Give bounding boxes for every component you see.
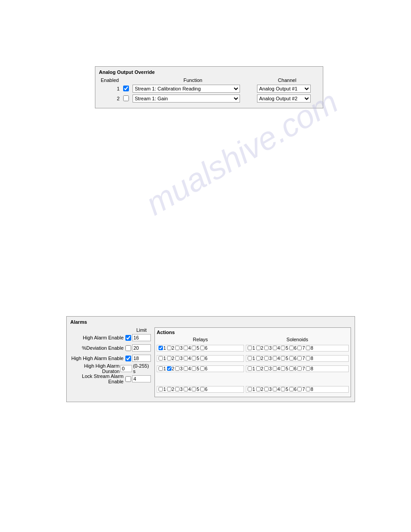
solenoid-checkbox-4-5[interactable]: [289, 387, 294, 391]
relay-checkbox-0-3[interactable]: [184, 346, 188, 350]
relay-checkbox-2-1[interactable]: [167, 366, 171, 371]
solenoid-label-2-7: 8: [311, 366, 313, 371]
alarm-limit-input-0[interactable]: [132, 334, 151, 341]
solenoid-checkbox-2-1[interactable]: [256, 366, 261, 371]
solenoid-item-2-7: 8: [306, 366, 313, 371]
solenoid-checkbox-2-4[interactable]: [281, 366, 285, 371]
alarm-limit-input-2[interactable]: [132, 355, 151, 362]
relay-label-4-2: 3: [180, 387, 183, 392]
relay-checkbox-2-0[interactable]: [158, 366, 163, 371]
relay-checkbox-0-2[interactable]: [175, 346, 180, 350]
solenoid-checkbox-2-3[interactable]: [273, 366, 277, 371]
relay-checkbox-0-1[interactable]: [167, 346, 171, 350]
alarm-rows-container: High Alarm Enable%Deviation EnableHigh H…: [70, 333, 151, 383]
relay-checkbox-1-5[interactable]: [200, 356, 205, 360]
solenoid-item-2-3: 4: [273, 366, 280, 371]
solenoid-label-2-4: 5: [286, 366, 288, 371]
solenoid-group-0: 12345678: [246, 345, 349, 352]
relay-checkbox-2-3[interactable]: [184, 366, 188, 371]
solenoid-label-1-5: 6: [294, 356, 297, 361]
relay-checkbox-1-3[interactable]: [184, 356, 188, 360]
analog-enabled-checkbox-1[interactable]: [123, 86, 129, 91]
analog-channel-cell-2: Analog Output #1Analog Output #2: [255, 94, 319, 103]
solenoid-checkbox-1-5[interactable]: [289, 356, 294, 360]
solenoid-checkbox-1-6[interactable]: [297, 356, 302, 360]
relay-item-4-0: 1: [158, 387, 166, 392]
relay-checkbox-1-1[interactable]: [167, 356, 171, 360]
relay-checkbox-4-4[interactable]: [192, 387, 196, 391]
solenoid-checkbox-1-0[interactable]: [248, 356, 252, 360]
solenoid-item-2-0: 1: [248, 366, 255, 371]
solenoid-item-4-7: 8: [306, 387, 313, 392]
solenoid-label-2-5: 6: [294, 366, 297, 371]
action-row-3: [157, 374, 349, 383]
solenoid-label-2-2: 3: [269, 366, 272, 371]
solenoid-checkbox-1-1[interactable]: [256, 356, 261, 360]
solenoid-checkbox-2-7[interactable]: [306, 366, 310, 371]
alarm-enable-checkbox-0[interactable]: [125, 335, 131, 341]
solenoid-item-2-1: 2: [256, 366, 264, 371]
solenoid-label-0-3: 4: [278, 346, 280, 351]
alarm-label-2: High High Alarm Enable: [71, 356, 124, 361]
relay-checkbox-1-0[interactable]: [158, 356, 163, 360]
relay-checkbox-2-2[interactable]: [175, 366, 180, 371]
solenoid-checkbox-4-1[interactable]: [256, 387, 261, 391]
solenoid-checkbox-4-4[interactable]: [281, 387, 285, 391]
solenoid-checkbox-0-6[interactable]: [297, 346, 302, 350]
relay-item-2-2: 3: [175, 366, 183, 371]
analog-function-select-2[interactable]: Stream 1: Calibration ReadingStream 1: G…: [133, 94, 240, 103]
relay-checkbox-4-2[interactable]: [175, 387, 180, 391]
solenoid-checkbox-0-2[interactable]: [264, 346, 269, 350]
relay-checkbox-2-4[interactable]: [192, 366, 196, 371]
solenoid-checkbox-0-3[interactable]: [273, 346, 277, 350]
analog-output-panel: Analog Output Override Enabled Function …: [95, 66, 323, 108]
relay-item-0-5: 6: [200, 346, 208, 351]
solenoid-checkbox-4-3[interactable]: [273, 387, 277, 391]
solenoid-checkbox-0-1[interactable]: [256, 346, 261, 350]
relay-checkbox-1-4[interactable]: [192, 356, 196, 360]
relay-checkbox-4-0[interactable]: [158, 387, 163, 391]
analog-channel-select-1[interactable]: Analog Output #1Analog Output #2: [257, 85, 311, 93]
relay-checkbox-0-4[interactable]: [192, 346, 196, 350]
relay-checkbox-4-1[interactable]: [167, 387, 171, 391]
relay-checkbox-0-0[interactable]: [158, 346, 163, 350]
solenoid-checkbox-1-7[interactable]: [306, 356, 310, 360]
alarm-duration-input-3[interactable]: [120, 365, 132, 372]
solenoid-checkbox-2-2[interactable]: [264, 366, 269, 371]
analog-channel-select-2[interactable]: Analog Output #1Analog Output #2: [257, 94, 311, 103]
relay-checkbox-0-5[interactable]: [200, 346, 205, 350]
relay-checkbox-1-2[interactable]: [175, 356, 180, 360]
alarm-limit-input-4[interactable]: [132, 375, 151, 382]
relay-checkbox-2-5[interactable]: [200, 366, 205, 371]
solenoid-checkbox-1-2[interactable]: [264, 356, 269, 360]
solenoid-checkbox-0-4[interactable]: [281, 346, 285, 350]
solenoid-checkbox-4-7[interactable]: [306, 387, 310, 391]
alarm-enable-checkbox-1[interactable]: [125, 345, 131, 351]
solenoid-checkbox-1-3[interactable]: [273, 356, 277, 360]
relay-checkbox-4-5[interactable]: [200, 387, 205, 391]
analog-function-select-1[interactable]: Stream 1: Calibration ReadingStream 1: G…: [133, 85, 240, 93]
solenoid-checkbox-2-0[interactable]: [248, 366, 252, 371]
solenoid-checkbox-0-7[interactable]: [306, 346, 310, 350]
alarm-enable-checkbox-4[interactable]: [125, 376, 131, 382]
solenoid-item-0-1: 2: [256, 346, 264, 351]
alarm-limit-input-1[interactable]: [132, 344, 151, 352]
solenoid-checkbox-2-6[interactable]: [297, 366, 302, 371]
solenoid-checkbox-1-4[interactable]: [281, 356, 285, 360]
solenoid-label-0-1: 2: [261, 346, 264, 351]
solenoid-checkbox-0-0[interactable]: [248, 346, 252, 350]
analog-enabled-checkbox-2[interactable]: [123, 95, 129, 101]
relay-label-2-1: 2: [172, 366, 175, 371]
solenoid-checkbox-0-5[interactable]: [289, 346, 294, 350]
alarm-enable-checkbox-2[interactable]: [125, 356, 131, 361]
solenoid-item-1-5: 6: [289, 356, 297, 361]
solenoid-checkbox-4-2[interactable]: [264, 387, 269, 391]
alarm-row-4: Lock Stream Alarm Enable: [70, 374, 151, 383]
solenoid-checkbox-4-0[interactable]: [248, 387, 252, 391]
action-rows-container: 1234561234567812345612345678123456123456…: [157, 343, 349, 394]
relay-label-0-2: 3: [180, 346, 183, 351]
relay-checkbox-4-3[interactable]: [184, 387, 188, 391]
solenoid-checkbox-4-6[interactable]: [297, 387, 302, 391]
relay-label-4-5: 6: [205, 387, 208, 392]
solenoid-checkbox-2-5[interactable]: [289, 366, 294, 371]
